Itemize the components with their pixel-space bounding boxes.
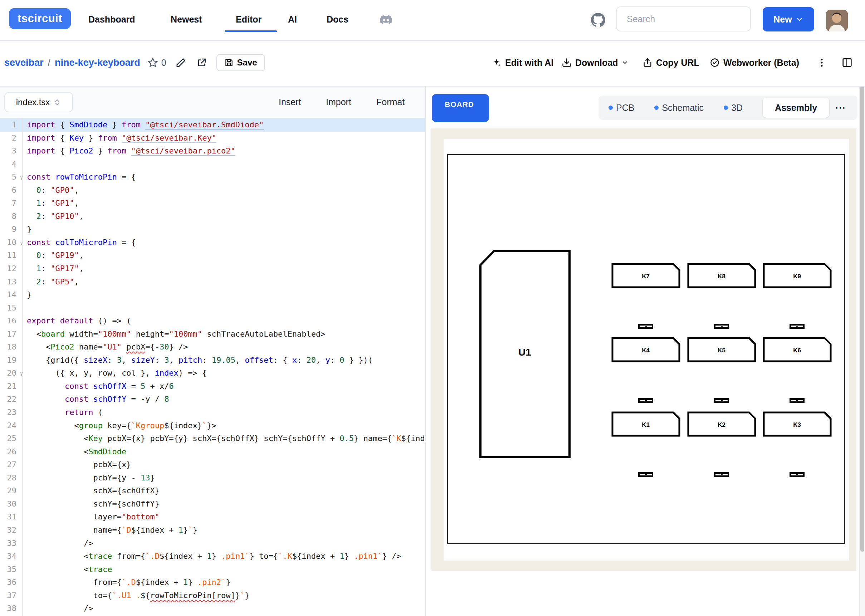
- nav-link-ai[interactable]: AI: [288, 0, 297, 39]
- code-line-30[interactable]: 30 schY={schOffY}: [0, 498, 425, 511]
- code-line-25[interactable]: 25 <Key pcbX={x} pcbY={y} schX={schOffX}…: [0, 432, 425, 445]
- panel-resize-handle[interactable]: [425, 86, 426, 616]
- code-line-24[interactable]: 24 <group key={`Kgroup${index}`}>: [0, 419, 425, 432]
- preview-tab-pcb[interactable]: PCB: [609, 103, 634, 113]
- code-line-2[interactable]: 2import { Key } from "@tsci/seveibar.Key…: [0, 132, 425, 145]
- more-options-button[interactable]: [816, 40, 827, 85]
- preview-tab-3d[interactable]: 3D: [724, 103, 743, 113]
- diode-d4[interactable]: [638, 398, 653, 403]
- preview-tab-assembly[interactable]: Assembly: [763, 97, 829, 118]
- code-line-28[interactable]: 28 pcbY={y - 13}: [0, 471, 425, 485]
- code-text: <SmdDiode: [27, 447, 126, 456]
- diode-d1[interactable]: [638, 324, 653, 329]
- open-share-icon[interactable]: [196, 57, 207, 68]
- code-line-17[interactable]: 17 <board width="100mm" height="100mm" s…: [0, 328, 425, 341]
- editor-action-format[interactable]: Format: [376, 86, 405, 118]
- code-line-6[interactable]: 6 0: "GP0",: [0, 184, 425, 197]
- code-line-5[interactable]: 5∨const rowToMicroPin = {: [0, 171, 425, 184]
- diode-d7[interactable]: [638, 472, 653, 477]
- fold-marker[interactable]: ∨: [16, 171, 27, 185]
- preview-tab-schematic[interactable]: Schematic: [654, 103, 704, 113]
- editor-action-insert[interactable]: Insert: [279, 86, 301, 118]
- code-line-38[interactable]: 38 />: [0, 602, 425, 615]
- code-line-11[interactable]: 11 0: "GP19",: [0, 249, 425, 262]
- diode-d9[interactable]: [790, 472, 805, 477]
- key-k9[interactable]: K9: [764, 264, 830, 287]
- file-selector[interactable]: index.tsx: [4, 92, 73, 112]
- copy-url-button[interactable]: Copy URL: [642, 40, 699, 85]
- tabs-more-button[interactable]: ⋯: [835, 102, 846, 113]
- search-input[interactable]: [626, 14, 742, 25]
- download-button[interactable]: Download: [562, 40, 628, 85]
- star-icon[interactable]: [148, 57, 158, 68]
- code-text: name={`D${index + 1}`}: [27, 525, 198, 534]
- code-line-1[interactable]: 1import { SmdDiode } from "@tsci/seveiba…: [0, 118, 425, 132]
- save-button[interactable]: Save: [217, 54, 265, 71]
- code-line-19[interactable]: 19 {grid({ sizeX: 3, sizeY: 3, pitch: 19…: [0, 354, 425, 367]
- code-line-18[interactable]: 18 <Pico2 name="U1" pcbX={-30} />: [0, 341, 425, 354]
- key-k3[interactable]: K3: [764, 412, 830, 436]
- code-line-21[interactable]: 21 const schOffX = 5 + x/6: [0, 380, 425, 393]
- breadcrumb-project[interactable]: nine-key-keyboard: [55, 57, 140, 68]
- code-line-29[interactable]: 29 schX={schOffX}: [0, 484, 425, 498]
- code-line-3[interactable]: 3import { Pico2 } from "@tsci/seveibar.p…: [0, 145, 425, 158]
- github-icon[interactable]: [590, 12, 606, 28]
- nav-link-docs[interactable]: Docs: [327, 0, 349, 39]
- breadcrumb-owner[interactable]: seveibar: [4, 57, 44, 68]
- code-line-37[interactable]: 37 to={`.U1 .${rowToMicroPin[row]}`}: [0, 589, 425, 602]
- code-line-32[interactable]: 32 name={`D${index + 1}`}: [0, 524, 425, 537]
- chevron-down-icon: [622, 59, 628, 66]
- code-line-26[interactable]: 26 <SmdDiode: [0, 445, 425, 459]
- nav-link-dashboard[interactable]: Dashboard: [88, 0, 135, 39]
- code-line-15[interactable]: 15: [0, 302, 425, 315]
- code-line-9[interactable]: 9}: [0, 223, 425, 236]
- diode-d2[interactable]: [714, 324, 729, 329]
- fold-marker[interactable]: ∨: [16, 237, 27, 250]
- editor-action-import[interactable]: Import: [326, 86, 351, 118]
- tscircuit-logo[interactable]: tscircuit: [9, 8, 71, 29]
- discord-icon[interactable]: [378, 12, 394, 28]
- edit-with-ai-button[interactable]: Edit with AI: [491, 40, 553, 85]
- code-line-4[interactable]: 4: [0, 158, 425, 171]
- board-badge[interactable]: BOARD: [437, 96, 482, 113]
- code-line-8[interactable]: 8 2: "GP10",: [0, 210, 425, 223]
- key-k8[interactable]: K8: [688, 264, 755, 287]
- nav-link-editor[interactable]: Editor: [236, 0, 262, 39]
- pencil-icon[interactable]: [176, 57, 186, 68]
- fold-marker[interactable]: ∨: [16, 368, 27, 380]
- key-k5[interactable]: K5: [688, 338, 755, 361]
- code-line-22[interactable]: 22 const schOffY = -y / 8: [0, 393, 425, 406]
- code-editor[interactable]: 1import { SmdDiode } from "@tsci/seveiba…: [0, 118, 425, 616]
- code-line-14[interactable]: 14}: [0, 288, 425, 302]
- toggle-panel-button[interactable]: [841, 40, 853, 85]
- diode-d8[interactable]: [714, 472, 729, 477]
- code-line-31[interactable]: 31 layer="bottom": [0, 511, 425, 524]
- code-line-20[interactable]: 20∨ ({ x, y, row, col }, index) => {: [0, 367, 425, 380]
- diode-d5[interactable]: [714, 398, 729, 403]
- code-line-27[interactable]: 27 pcbX={x}: [0, 458, 425, 471]
- code-line-12[interactable]: 12 1: "GP17",: [0, 262, 425, 275]
- key-k2[interactable]: K2: [688, 412, 755, 436]
- code-line-36[interactable]: 36 from={`.D${index + 1} .pin2`}: [0, 576, 425, 589]
- nav-link-newest[interactable]: Newest: [171, 0, 202, 39]
- code-line-23[interactable]: 23 return (: [0, 406, 425, 419]
- code-line-35[interactable]: 35 <trace: [0, 563, 425, 576]
- diode-d3[interactable]: [790, 324, 805, 329]
- code-line-13[interactable]: 13 2: "GP5",: [0, 275, 425, 289]
- code-line-7[interactable]: 7 1: "GP1",: [0, 197, 425, 210]
- key-k7[interactable]: K7: [612, 264, 679, 287]
- code-line-33[interactable]: 33 />: [0, 537, 425, 550]
- diode-d6[interactable]: [790, 398, 805, 403]
- key-k4[interactable]: K4: [612, 338, 679, 361]
- key-k1[interactable]: K1: [612, 412, 679, 436]
- code-line-34[interactable]: 34 <trace from={`.D${index + 1} .pin1`} …: [0, 550, 425, 563]
- code-line-10[interactable]: 10∨const colToMicroPin = {: [0, 236, 425, 249]
- chip-u1[interactable]: U1: [480, 251, 570, 457]
- new-button[interactable]: New: [763, 7, 814, 31]
- assembly-canvas[interactable]: U1K7K8K9K4K5K6K1K2K3: [432, 129, 856, 571]
- user-avatar[interactable]: [826, 9, 848, 31]
- key-k6[interactable]: K6: [764, 338, 830, 361]
- code-line-16[interactable]: 16export default () => (: [0, 314, 425, 328]
- copy-url-label: Copy URL: [656, 58, 699, 68]
- webworker-button[interactable]: Webworker (Beta): [710, 40, 799, 85]
